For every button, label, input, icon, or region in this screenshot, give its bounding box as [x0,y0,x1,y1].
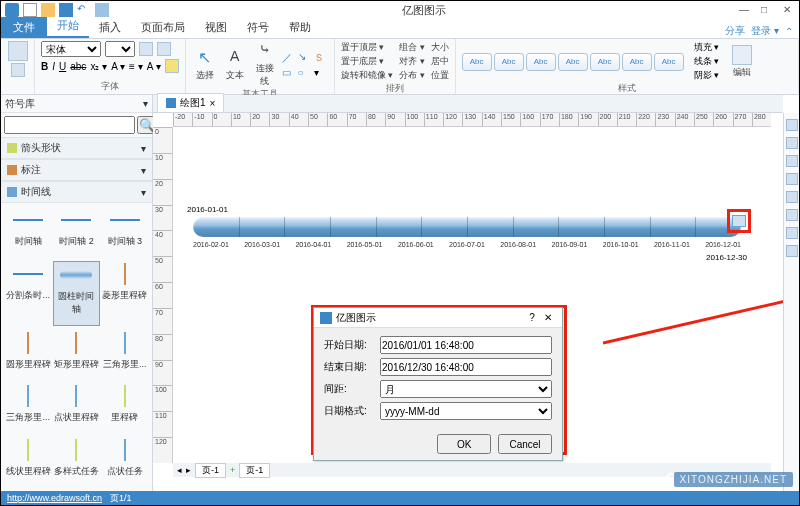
style-chip[interactable]: Abc [462,53,492,71]
tool-icon[interactable] [786,173,798,185]
maximize-button[interactable]: □ [761,4,773,16]
rect-shape-icon[interactable]: ▭ [282,67,296,78]
shape-item[interactable]: 矩形里程碑 [53,330,99,380]
center-button[interactable]: 居中 [431,55,449,68]
tool-icon[interactable] [786,245,798,257]
page-prev-icon[interactable]: ◂ [177,465,182,475]
page-tab[interactable]: 页-1 [239,463,270,478]
tool-icon[interactable] [786,227,798,239]
underline-button[interactable]: U [59,61,66,72]
tool-icon[interactable] [786,155,798,167]
share-link[interactable]: 分享 [725,24,745,38]
canvas[interactable]: 2016-01-01 2016-02-012016-03-012016-04-0… [173,127,771,463]
library-menu-icon[interactable]: ▾ [143,98,148,109]
style-chip[interactable]: Abc [590,53,620,71]
shadow-button[interactable]: 阴影 ▾ [694,69,720,82]
action-button-icon[interactable] [732,215,746,227]
ok-button[interactable]: OK [437,434,491,454]
timeline-bar[interactable] [193,217,741,237]
timeline-shape[interactable]: 2016-01-01 2016-02-012016-03-012016-04-0… [193,217,741,243]
highlight-button[interactable]: A ▾ [147,61,161,72]
tab-view[interactable]: 视图 [195,17,237,38]
collapse-ribbon-icon[interactable]: ⌃ [785,26,793,37]
minimize-button[interactable]: — [739,4,751,16]
bold-button[interactable]: B [41,61,48,72]
tool-icon[interactable] [786,137,798,149]
new-icon[interactable] [23,3,37,17]
circle-shape-icon[interactable]: ○ [298,67,312,78]
end-date-input[interactable] [380,358,552,376]
align-button[interactable]: 对齐 ▾ [399,55,425,68]
shape-item[interactable]: 菱形里程碑 [102,261,148,326]
style-chip[interactable]: Abc [526,53,556,71]
doc-tab[interactable]: 绘图1 × [157,93,224,112]
tab-insert[interactable]: 插入 [89,17,131,38]
style-chip[interactable]: Abc [622,53,652,71]
shape-item[interactable]: 三角形里... [5,383,51,433]
file-tab[interactable]: 文件 [1,17,47,38]
tab-home[interactable]: 开始 [47,15,89,38]
shape-item[interactable]: 圆形里程碑 [5,330,51,380]
tool-icon[interactable] [786,209,798,221]
line-button[interactable]: 线条 ▾ [694,55,720,68]
strike-button[interactable]: abc [70,61,86,72]
shape-item[interactable]: 时间轴 3 [102,207,148,257]
tab-layout[interactable]: 页面布局 [131,17,195,38]
diagram-icon[interactable] [95,3,109,17]
tool-icon[interactable] [786,119,798,131]
arrow-shape-icon[interactable]: ↘ [298,51,312,65]
shape-item[interactable]: 分割条时... [5,261,51,326]
dialog-help-button[interactable]: ? [524,312,540,323]
page-tab[interactable]: 页-1 [195,463,226,478]
shape-item[interactable]: 圆柱时间轴 [53,261,99,326]
start-date-input[interactable] [380,336,552,354]
shrink-font-icon[interactable] [157,42,171,56]
shape-more-icon[interactable]: ▾ [314,67,328,78]
send-back-button[interactable]: 置于底层 ▾ [341,55,394,68]
paste-icon[interactable] [8,41,28,61]
tab-help[interactable]: 帮助 [279,17,321,38]
library-category[interactable]: 箭头形状▾ [1,137,152,159]
rotate-button[interactable]: 旋转和镜像 ▾ [341,69,394,82]
copy-icon[interactable] [11,63,25,77]
shape-item[interactable]: 点状任务 [102,437,148,487]
shape-item[interactable]: 线状里程碑 [5,437,51,487]
cancel-button[interactable]: Cancel [498,434,552,454]
interval-select[interactable]: 月 [380,380,552,398]
line-shape-icon[interactable]: ／ [282,51,296,65]
font-color-button[interactable]: A ▾ [111,61,125,72]
timeline-action-handle[interactable] [727,209,751,233]
shape-item[interactable]: 时间轴 [5,207,51,257]
bullet-button[interactable]: ≡ ▾ [129,61,143,72]
library-category[interactable]: 标注▾ [1,159,152,181]
font-family-select[interactable]: 宋体 [41,41,101,57]
fill-button[interactable]: 填充 ▾ [694,41,720,54]
add-page-button[interactable]: + [230,465,235,475]
edit-button[interactable]: 编辑 [729,45,755,79]
style-chip[interactable]: Abc [654,53,684,71]
size-button[interactable]: 大小 [431,41,449,54]
shape-item[interactable]: 点状里程碑 [53,383,99,433]
shape-item[interactable]: 里程碑 [102,383,148,433]
grow-font-icon[interactable] [139,42,153,56]
tab-symbol[interactable]: 符号 [237,17,279,38]
shape-item[interactable]: 三角形里... [102,330,148,380]
position-button[interactable]: 位置 [431,69,449,82]
status-url[interactable]: http://www.edrawsoft.cn [7,493,102,503]
shape-item[interactable]: 多样式任务 [53,437,99,487]
curve-shape-icon[interactable]: Ｓ [314,51,328,65]
tool-icon[interactable] [786,191,798,203]
distribute-button[interactable]: 分布 ▾ [399,69,425,82]
login-link[interactable]: 登录 ▾ [751,24,779,38]
text-tool[interactable]: A文本 [222,48,248,82]
doc-tab-close-icon[interactable]: × [210,98,216,109]
subscript-button[interactable]: x₂ ▾ [90,61,107,72]
search-input[interactable] [4,116,135,134]
dialog-close-button[interactable]: ✕ [540,312,556,323]
bring-front-button[interactable]: 置于顶层 ▾ [341,41,394,54]
library-category[interactable]: 时间线▾ [1,181,152,203]
connector-tool[interactable]: ⤷连接线 [252,41,278,88]
italic-button[interactable]: I [52,61,55,72]
shape-item[interactable]: 时间轴 2 [53,207,99,257]
format-painter-icon[interactable] [165,59,179,73]
